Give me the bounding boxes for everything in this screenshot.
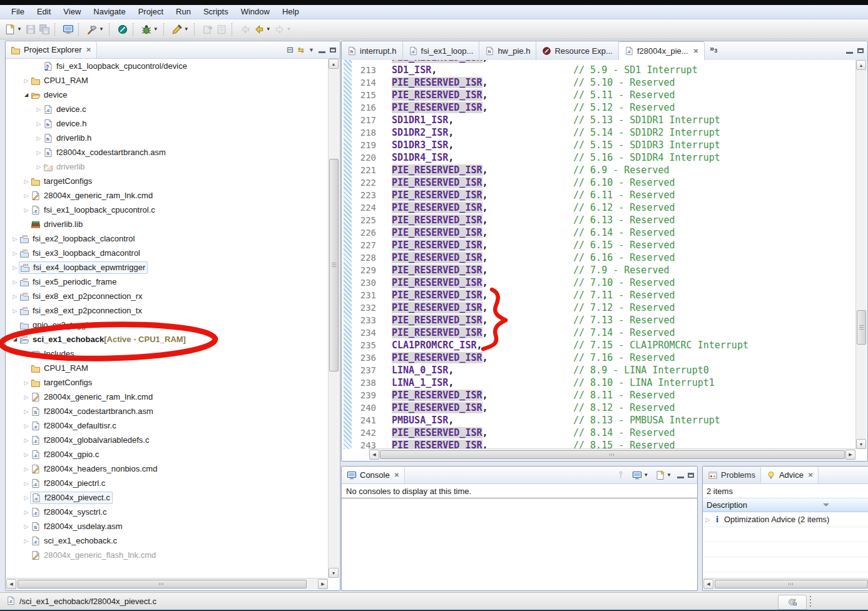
tree-item-targetconfigs[interactable]: ▷targetConfigs bbox=[7, 174, 328, 188]
tree-item-fsi-ex2-loopback-clacontrol[interactable]: ▷ccsfsi_ex2_loopback_clacontrol bbox=[7, 231, 328, 246]
collapse-all-icon[interactable]: ⊟ bbox=[287, 46, 294, 54]
code-line-213[interactable]: 213SD1_ISR,// 5.9 - SD1 Interrupt bbox=[342, 64, 856, 76]
close-icon[interactable]: ✕ bbox=[692, 48, 698, 54]
project-tree[interactable]: hfsi_ex1_loopback_cpucontrol/device▷CPU1… bbox=[7, 59, 328, 578]
tree-expand-icon[interactable]: ▷ bbox=[34, 149, 43, 156]
code-line-237[interactable]: 237LINA_0_ISR,// 8.9 - LINA Interrupt0 bbox=[342, 364, 856, 376]
tab-advice[interactable]: Advice ✕ bbox=[761, 467, 819, 483]
tree-item-cpu1-ram[interactable]: CPU1_RAM bbox=[7, 361, 328, 375]
code-line-225[interactable]: 225PIE_RESERVED_ISR,// 6.13 - Reserved bbox=[342, 214, 856, 226]
code-line-219[interactable]: 219SD1DR3_ISR,// 5.15 - SD1DR3 Interrupt bbox=[342, 139, 856, 151]
code-line-240[interactable]: 240PIE_RESERVED_ISR,// 8.12 - Reserved bbox=[342, 401, 856, 414]
tab-problems[interactable]: Problems bbox=[703, 467, 761, 483]
tree-item-device[interactable]: ◢device bbox=[7, 88, 328, 102]
tree-expand-icon[interactable]: ▷ bbox=[22, 423, 31, 429]
tree-expand-icon[interactable]: ▷ bbox=[22, 495, 31, 501]
editor-horizontal-scrollbar[interactable]: ◀ ▶ bbox=[369, 448, 855, 460]
tree-expand-icon[interactable]: ▷ bbox=[22, 380, 31, 386]
tree-expand-icon[interactable]: ▷ bbox=[34, 106, 43, 113]
menu-window[interactable]: Window bbox=[235, 6, 276, 18]
code-line-216[interactable]: 216PIE_RESERVED_ISR,// 5.12 - Reserved bbox=[342, 101, 856, 114]
code-line-217[interactable]: 217SD1DR1_ISR,// 5.13 - SD1DR1 Interrupt bbox=[342, 114, 856, 126]
tab-console[interactable]: Console ✕ bbox=[342, 467, 405, 483]
tree-expand-icon[interactable]: ▷ bbox=[22, 437, 31, 443]
code-line-238[interactable]: 238LINA_1_ISR,// 8.10 - LINA Interrupt1 bbox=[342, 376, 856, 389]
scroll-right-icon[interactable]: ▶ bbox=[318, 579, 328, 589]
tree-item-f28004x-gpio-c[interactable]: ▷.cf28004x_gpio.c bbox=[7, 447, 328, 462]
tree-expand-icon[interactable]: ▷ bbox=[22, 452, 31, 458]
menu-edit[interactable]: Edit bbox=[31, 6, 57, 18]
tree-item-f28004x-codestartbranch-asm[interactable]: ▷Sf28004x_codestartbranch.asm bbox=[7, 145, 328, 159]
advice-horizontal-scrollbar[interactable]: ◀ bbox=[703, 578, 868, 590]
hidden-tabs-chevron[interactable]: »3 bbox=[705, 41, 721, 60]
scroll-left-icon[interactable]: ◀ bbox=[6, 579, 16, 589]
scroll-down-icon[interactable]: ▼ bbox=[856, 439, 866, 449]
code-line-233[interactable]: 233PIE_RESERVED_ISR,// 7.13 - Reserved bbox=[342, 314, 856, 326]
description-column-header[interactable]: Description bbox=[703, 498, 868, 512]
project-tree-vertical-scrollbar[interactable]: ▲ ▼ bbox=[328, 59, 339, 578]
minimize-icon[interactable] bbox=[677, 477, 684, 478]
close-icon[interactable]: ✕ bbox=[84, 46, 91, 53]
tree-item-includes[interactable]: ▷Includes bbox=[7, 346, 328, 361]
code-line-224[interactable]: 224PIE_RESERVED_ISR,// 6.12 - Reserved bbox=[342, 201, 856, 214]
tree-item-fsi-ex8-ext-p2pconnection-tx[interactable]: ▷ccsfsi_ex8_ext_p2pconnection_tx bbox=[7, 303, 328, 318]
tree-expand-icon[interactable]: ▷ bbox=[22, 509, 31, 515]
minimize-icon[interactable] bbox=[846, 52, 853, 54]
code-line-228[interactable]: 228PIE_RESERVED_ISR,// 6.16 - Reserved bbox=[342, 251, 856, 264]
maximize-icon[interactable] bbox=[857, 48, 864, 53]
tree-item-28004x-generic-flash-lnk-cmd[interactable]: 28004x_generic_flash_lnk.cmd bbox=[7, 548, 328, 562]
tree-item-28004x-generic-ram-lnk-cmd[interactable]: ▷28004x_generic_ram_lnk.cmd bbox=[7, 390, 328, 404]
scrollbar-thumb[interactable] bbox=[715, 580, 868, 588]
menu-run[interactable]: Run bbox=[170, 6, 197, 18]
tree-item-f28004x-sysctrl-c[interactable]: ▷.cf28004x_sysctrl.c bbox=[7, 505, 328, 519]
tree-item-cpu1-ram[interactable]: ▷CPU1_RAM bbox=[7, 73, 328, 88]
menu-file[interactable]: File bbox=[5, 6, 31, 18]
tree-item-fsi-ex1-loopback-cpucontrol-device[interactable]: hfsi_ex1_loopback_cpucontrol/device bbox=[7, 59, 328, 73]
tree-item-f28004x-headers-nonbios-cmd[interactable]: ▷f28004x_headers_nonbios.cmd bbox=[7, 462, 328, 476]
new-target-config-button[interactable]: ▼ bbox=[140, 22, 160, 37]
menu-navigate[interactable]: Navigate bbox=[87, 6, 131, 18]
tree-item-sci-ex1-echoback-c[interactable]: ▷.csci_ex1_echoback.c bbox=[7, 533, 328, 548]
tree-expand-icon[interactable]: ▷ bbox=[22, 538, 31, 544]
tree-item-f28004x-usdelay-asm[interactable]: ▷Sf28004x_usdelay.asm bbox=[7, 519, 328, 533]
editor-tab-hw-pie-h[interactable]: hhw_pie.h bbox=[479, 41, 536, 60]
tree-item-f28004x-defaultisr-c[interactable]: ▷.cf28004x_defaultisr.c bbox=[7, 418, 328, 433]
code-line-231[interactable]: 231PIE_RESERVED_ISR,// 7.11 - Reserved bbox=[342, 289, 856, 301]
project-tree-horizontal-scrollbar[interactable]: ◀ ▶ bbox=[6, 578, 328, 590]
code-line-221[interactable]: 221PIE_RESERVED_ISR,// 6.9 - Reserved bbox=[342, 164, 856, 176]
tree-expand-icon[interactable]: ▷ bbox=[34, 164, 43, 170]
close-icon[interactable]: ✕ bbox=[393, 472, 399, 478]
code-line-236[interactable]: 236PIE_RESERVED_ISR,// 7.16 - Reserved bbox=[342, 351, 856, 364]
code-line-243[interactable]: 243PIE_RESERVED_ISR,// 8.15 - Reserved bbox=[342, 439, 856, 449]
scroll-up-icon[interactable]: ▲ bbox=[329, 59, 339, 69]
tree-item-device-c[interactable]: ▷.cdevice.c bbox=[7, 102, 328, 116]
tree-item-fsi-ex1-loopback-cpucontrol-c[interactable]: ▷.cfsi_ex1_loopback_cpucontrol.c bbox=[7, 203, 328, 217]
code-line-232[interactable]: 232PIE_RESERVED_ISR,// 7.12 - Reserved bbox=[342, 301, 856, 314]
tree-item-gpio-ex2-toggle[interactable]: gpio_ex2_toggle bbox=[7, 318, 328, 332]
tree-expand-icon[interactable]: ▷ bbox=[34, 121, 43, 127]
tree-item-fsi-ex3-loopback-dmacontrol[interactable]: ▷ccsfsi_ex3_loopback_dmacontrol bbox=[7, 246, 328, 260]
code-line-223[interactable]: 223PIE_RESERVED_ISR,// 6.11 - Reserved bbox=[342, 189, 856, 201]
tree-item-fsi-ex4-loopback-epwmtrigger[interactable]: ▷ccsfsi_ex4_loopback_epwmtrigger bbox=[7, 260, 328, 275]
code-line-218[interactable]: 218SD1DR2_ISR,// 5.14 - SD1DR2 Interrupt bbox=[342, 126, 856, 139]
tree-item-f28004x-codestartbranch-asm[interactable]: ▷Sf28004x_codestartbranch.asm bbox=[7, 404, 328, 418]
tree-expand-icon[interactable]: ▷ bbox=[11, 250, 19, 256]
code-line-227[interactable]: 227PIE_RESERVED_ISR,// 6.15 - Reserved bbox=[342, 239, 856, 251]
code-line-229[interactable]: 229PIE_RESERVED_ISR,// 7.9 - Reserved bbox=[342, 264, 856, 276]
scrollbar-thumb[interactable] bbox=[857, 310, 866, 345]
advice-row-optimization[interactable]: ▷iOptimization Advice (2 items) bbox=[703, 512, 868, 527]
tree-item-sci-ex1-echoback[interactable]: ◢ccssci_ex1_echoback [Active - CPU1_RAM] bbox=[7, 332, 328, 346]
dropdown-arrow-icon[interactable]: ▼ bbox=[184, 26, 189, 32]
code-editor[interactable]: PIE_RESERVED_ISR,213SD1_ISR,// 5.9 - SD1… bbox=[342, 60, 856, 449]
tree-expand-icon[interactable]: ▷ bbox=[22, 78, 31, 84]
scroll-down-icon[interactable]: ▼ bbox=[329, 568, 339, 578]
menu-view[interactable]: View bbox=[57, 6, 87, 18]
tree-item-device-h[interactable]: ▷hdevice.h bbox=[7, 116, 328, 131]
dropdown-arrow-icon[interactable]: ▼ bbox=[666, 472, 671, 478]
tree-item-fsi-ex8-ext-p2pconnection-rx[interactable]: ▷ccsfsi_ex8_ext_p2pconnection_rx bbox=[7, 289, 328, 303]
editor-tab-fsi-ex1-loop-[interactable]: .cfsi_ex1_loop... bbox=[403, 41, 480, 60]
tree-expand-icon[interactable]: ▷ bbox=[22, 193, 31, 199]
scrollbar-thumb[interactable] bbox=[329, 159, 339, 371]
tree-expand-icon[interactable]: ▷ bbox=[11, 308, 19, 314]
show-view-button[interactable] bbox=[61, 22, 75, 37]
